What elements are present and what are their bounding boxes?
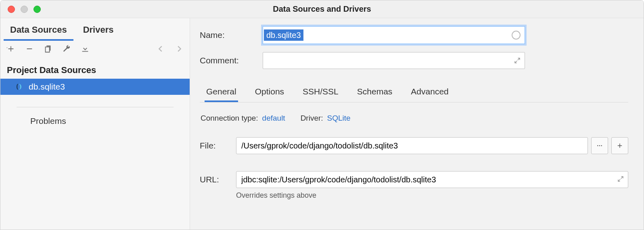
tab-schemas[interactable]: Schemas (355, 87, 394, 102)
name-value-selected: db.sqlite3 (264, 29, 303, 41)
tab-general[interactable]: General (205, 87, 238, 102)
tree-item-label: db.sqlite3 (29, 82, 65, 92)
zoom-window-button[interactable] (33, 6, 41, 13)
sidebar-toolbar (0, 41, 190, 57)
browse-button[interactable] (591, 137, 608, 154)
divider (17, 107, 174, 107)
comment-input[interactable] (263, 52, 525, 69)
tab-advanced[interactable]: Advanced (409, 87, 450, 102)
expand-icon[interactable] (617, 176, 624, 184)
file-input[interactable] (236, 137, 588, 154)
url-label: URL: (200, 175, 236, 184)
sidebar-heading: Project Data Sources (0, 57, 190, 79)
driver-value[interactable]: SQLite (327, 114, 351, 123)
url-input[interactable] (236, 171, 628, 188)
svg-point-0 (597, 145, 598, 146)
svg-point-1 (599, 145, 600, 146)
file-label: File: (200, 141, 236, 151)
sidebar: Data Sources Drivers (0, 18, 190, 230)
connection-type-label: Connection type: (201, 114, 258, 123)
tab-ssh-ssl[interactable]: SSH/SSL (301, 87, 340, 102)
back-icon[interactable] (156, 44, 165, 54)
comment-label: Comment: (200, 56, 263, 65)
expand-icon[interactable] (514, 57, 521, 64)
tab-data-sources[interactable]: Data Sources (4, 18, 73, 41)
url-hint: Overrides settings above (236, 191, 628, 200)
connection-type-value[interactable]: default (262, 114, 285, 123)
main-panel: Name: db.sqlite3 Comment: (190, 18, 644, 230)
close-window-button[interactable] (8, 6, 15, 13)
tab-options[interactable]: Options (253, 87, 286, 102)
sqlite-icon (17, 83, 24, 90)
name-input[interactable]: db.sqlite3 (263, 26, 525, 44)
minimize-window-button[interactable] (21, 6, 28, 13)
copy-icon[interactable] (43, 44, 53, 54)
svg-point-2 (601, 145, 602, 146)
name-label: Name: (200, 30, 263, 40)
wrench-icon[interactable] (62, 44, 71, 54)
remove-icon[interactable] (25, 44, 34, 54)
driver-label: Driver: (301, 114, 323, 123)
main-tabs: General Options SSH/SSL Schemas Advanced (200, 87, 628, 102)
window-title: Data Sources and Drivers (0, 4, 644, 14)
import-icon[interactable] (80, 44, 90, 54)
tree-item-db-sqlite3[interactable]: db.sqlite3 (0, 79, 190, 95)
forward-icon[interactable] (174, 44, 184, 54)
titlebar: Data Sources and Drivers (0, 0, 644, 18)
add-file-button[interactable] (611, 137, 628, 154)
tree-item-problems[interactable]: Problems (0, 111, 190, 131)
add-icon[interactable] (6, 44, 16, 54)
tab-drivers[interactable]: Drivers (77, 18, 120, 41)
color-indicator-icon[interactable] (512, 31, 521, 40)
